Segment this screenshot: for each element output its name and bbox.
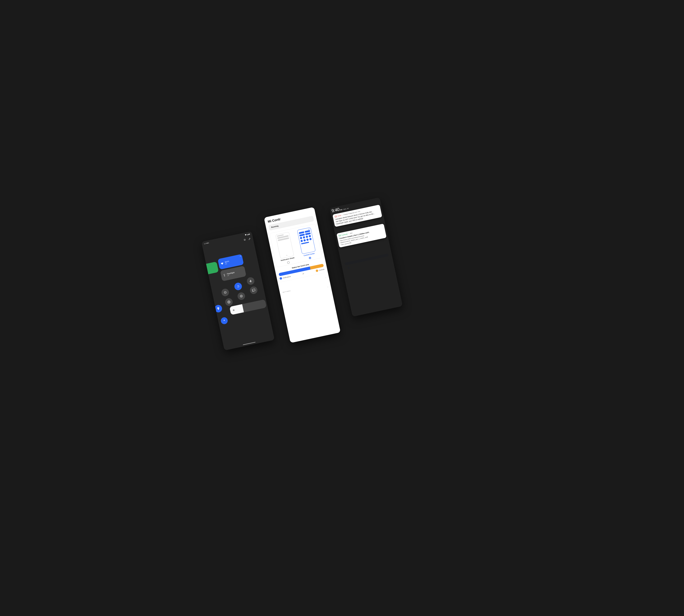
status-date: Wed, Jul	[343, 207, 349, 210]
status-icons	[245, 234, 250, 236]
check-icon: ✓	[279, 277, 282, 280]
svg-text:A: A	[224, 320, 225, 322]
mode-selector: Notification Shade Control Center	[270, 224, 322, 267]
gmail-icon	[335, 216, 337, 218]
left-phone-control-center: Notification Shade 1.1 kB/s nter ter ta …	[201, 231, 275, 350]
brightness-icon	[232, 309, 235, 312]
wifi-icon	[221, 262, 224, 265]
settings-gear-icon[interactable]	[243, 238, 246, 242]
chevron-right-icon: ›	[327, 286, 328, 288]
expand-corner-icon	[240, 255, 241, 257]
auto-brightness-icon: A	[223, 319, 226, 322]
chevron-right-icon: ›	[325, 277, 326, 279]
swap-icon[interactable]: ⇄	[302, 272, 304, 275]
hotspot-icon	[227, 300, 231, 304]
svg-rect-4	[225, 292, 226, 293]
airplane-icon	[249, 279, 252, 283]
right-phone-notifications: Notification Shade Status bar touch area…	[329, 197, 403, 316]
flashlight-icon	[223, 274, 226, 277]
radio-unselected[interactable]	[287, 261, 290, 264]
data-rate: 1.1 kB/s	[204, 242, 209, 245]
location-icon	[217, 307, 220, 310]
mode-option-control-center[interactable]: Control Center	[296, 227, 318, 261]
rotate-icon	[236, 285, 240, 288]
cast-icon	[252, 289, 255, 292]
radio-selected[interactable]	[309, 257, 311, 259]
dnd-icon	[224, 291, 227, 294]
notifications-touch-label[interactable]: ✓Notifications	[279, 275, 291, 280]
edit-icon[interactable]	[248, 237, 251, 241]
pushbullet-icon	[339, 235, 341, 237]
notif-app-name: Pushbullet	[341, 233, 348, 236]
notif-app-name: Gmail	[337, 215, 341, 217]
svg-rect-1	[249, 234, 250, 235]
svg-point-7	[229, 302, 229, 302]
svg-point-2	[245, 240, 245, 240]
svg-point-10	[233, 310, 234, 311]
center-phone-settings: Mi Contr Running Notification Shade Cont…	[264, 207, 341, 343]
check-icon: ✓	[316, 269, 318, 272]
notif-meta: 40m	[350, 232, 353, 234]
controls-touch-label[interactable]: ✓Controls	[316, 268, 325, 272]
mode-option-shade[interactable]: Notification Shade	[274, 232, 296, 266]
target-add-icon	[240, 294, 243, 298]
